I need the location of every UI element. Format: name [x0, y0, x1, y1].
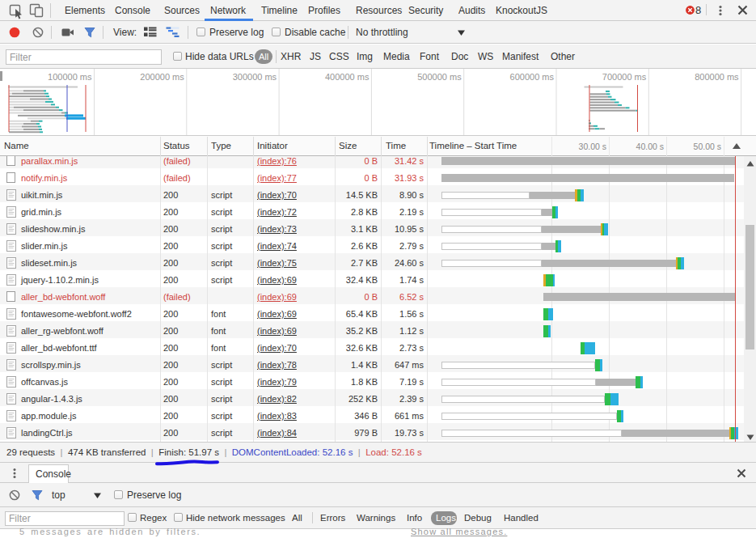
svg-text:700000 ms: 700000 ms [602, 72, 647, 82]
svg-text:400000 ms: 400000 ms [325, 72, 370, 82]
svg-text:600000 ms: 600000 ms [510, 72, 555, 82]
svg-text:500000 ms: 500000 ms [417, 72, 462, 82]
svg-text:300000 ms: 300000 ms [233, 72, 277, 82]
svg-text:800000 ms: 800000 ms [695, 72, 739, 82]
svg-text:100000 ms: 100000 ms [48, 72, 92, 82]
svg-text:200000 ms: 200000 ms [140, 72, 184, 82]
